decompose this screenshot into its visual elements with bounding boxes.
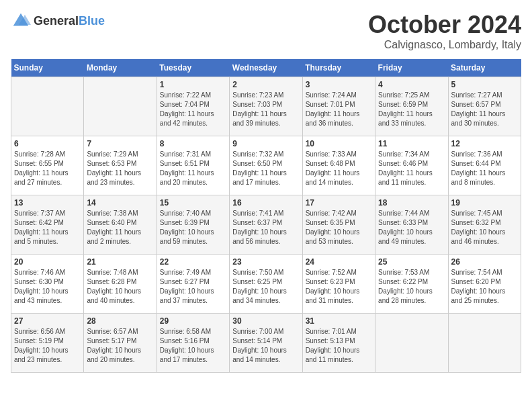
table-row	[448, 314, 521, 373]
col-thursday: Thursday	[302, 59, 375, 77]
day-info: Sunrise: 7:28 AM Sunset: 6:55 PM Dayligh…	[14, 150, 81, 187]
day-number: 23	[232, 257, 299, 267]
table-row: 23Sunrise: 7:50 AM Sunset: 6:25 PM Dayli…	[230, 255, 302, 314]
table-row: 27Sunrise: 6:56 AM Sunset: 5:19 PM Dayli…	[11, 314, 84, 373]
table-row: 25Sunrise: 7:53 AM Sunset: 6:22 PM Dayli…	[375, 255, 448, 314]
col-tuesday: Tuesday	[157, 59, 229, 77]
day-info: Sunrise: 7:45 AM Sunset: 6:32 PM Dayligh…	[451, 209, 518, 246]
day-info: Sunrise: 6:57 AM Sunset: 5:17 PM Dayligh…	[87, 327, 153, 365]
table-row	[84, 77, 157, 136]
table-row	[375, 314, 448, 373]
table-row: 8Sunrise: 7:31 AM Sunset: 6:51 PM Daylig…	[157, 136, 229, 195]
day-number: 9	[232, 139, 299, 148]
day-number: 16	[232, 198, 299, 208]
day-number: 5	[451, 80, 518, 89]
day-info: Sunrise: 7:00 AM Sunset: 5:14 PM Dayligh…	[232, 327, 299, 365]
table-row: 21Sunrise: 7:48 AM Sunset: 6:28 PM Dayli…	[84, 255, 157, 314]
table-row: 16Sunrise: 7:41 AM Sunset: 6:37 PM Dayli…	[230, 195, 302, 255]
day-number: 31	[306, 316, 372, 326]
logo-blue: Blue	[79, 14, 105, 28]
day-info: Sunrise: 7:48 AM Sunset: 6:28 PM Dayligh…	[87, 268, 153, 306]
table-row: 31Sunrise: 7:01 AM Sunset: 5:13 PM Dayli…	[302, 314, 375, 373]
logo-icon	[11, 11, 31, 31]
day-info: Sunrise: 7:42 AM Sunset: 6:35 PM Dayligh…	[306, 209, 372, 246]
table-row: 13Sunrise: 7:37 AM Sunset: 6:42 PM Dayli…	[11, 195, 84, 255]
day-number: 1	[160, 80, 226, 89]
table-row: 11Sunrise: 7:34 AM Sunset: 6:46 PM Dayli…	[375, 136, 448, 195]
day-number: 15	[160, 198, 226, 208]
table-row: 5Sunrise: 7:27 AM Sunset: 6:57 PM Daylig…	[448, 77, 521, 136]
col-monday: Monday	[84, 59, 157, 77]
day-number: 28	[87, 316, 153, 326]
table-row: 17Sunrise: 7:42 AM Sunset: 6:35 PM Dayli…	[302, 195, 375, 255]
day-number: 3	[306, 80, 372, 89]
day-number: 12	[451, 139, 518, 148]
day-number: 18	[378, 198, 445, 208]
table-row: 26Sunrise: 7:54 AM Sunset: 6:20 PM Dayli…	[448, 255, 521, 314]
table-row: 1Sunrise: 7:22 AM Sunset: 7:04 PM Daylig…	[157, 77, 229, 136]
page-header: GeneralBlue October 2024 Calvignasco, Lo…	[11, 11, 521, 51]
day-number: 13	[14, 198, 81, 208]
table-row: 19Sunrise: 7:45 AM Sunset: 6:32 PM Dayli…	[448, 195, 521, 255]
day-info: Sunrise: 7:41 AM Sunset: 6:37 PM Dayligh…	[232, 209, 299, 246]
day-info: Sunrise: 6:56 AM Sunset: 5:19 PM Dayligh…	[14, 327, 81, 365]
calendar-week-row: 13Sunrise: 7:37 AM Sunset: 6:42 PM Dayli…	[11, 195, 521, 255]
day-info: Sunrise: 7:49 AM Sunset: 6:27 PM Dayligh…	[160, 268, 226, 306]
day-info: Sunrise: 7:52 AM Sunset: 6:23 PM Dayligh…	[306, 268, 372, 306]
day-info: Sunrise: 7:50 AM Sunset: 6:25 PM Dayligh…	[232, 268, 299, 306]
table-row: 6Sunrise: 7:28 AM Sunset: 6:55 PM Daylig…	[11, 136, 84, 195]
day-info: Sunrise: 7:24 AM Sunset: 7:01 PM Dayligh…	[306, 91, 372, 128]
day-info: Sunrise: 7:31 AM Sunset: 6:51 PM Dayligh…	[160, 150, 226, 187]
day-info: Sunrise: 7:29 AM Sunset: 6:53 PM Dayligh…	[87, 150, 153, 187]
location-title: Calvignasco, Lombardy, Italy	[368, 39, 521, 51]
table-row: 22Sunrise: 7:49 AM Sunset: 6:27 PM Dayli…	[157, 255, 229, 314]
table-row: 14Sunrise: 7:38 AM Sunset: 6:40 PM Dayli…	[84, 195, 157, 255]
day-number: 6	[14, 139, 81, 148]
table-row: 12Sunrise: 7:36 AM Sunset: 6:44 PM Dayli…	[448, 136, 521, 195]
table-row: 15Sunrise: 7:40 AM Sunset: 6:39 PM Dayli…	[157, 195, 229, 255]
day-number: 25	[378, 257, 445, 267]
day-number: 22	[160, 257, 226, 267]
day-number: 10	[306, 139, 372, 148]
day-number: 27	[14, 316, 81, 326]
month-title: October 2024	[368, 11, 521, 39]
calendar-week-row: 27Sunrise: 6:56 AM Sunset: 5:19 PM Dayli…	[11, 314, 521, 373]
table-row: 28Sunrise: 6:57 AM Sunset: 5:17 PM Dayli…	[84, 314, 157, 373]
day-number: 7	[87, 139, 153, 148]
day-number: 24	[306, 257, 372, 267]
day-number: 19	[451, 198, 518, 208]
calendar-week-row: 6Sunrise: 7:28 AM Sunset: 6:55 PM Daylig…	[11, 136, 521, 195]
col-friday: Friday	[375, 59, 448, 77]
title-block: October 2024 Calvignasco, Lombardy, Ital…	[368, 11, 521, 51]
day-info: Sunrise: 7:27 AM Sunset: 6:57 PM Dayligh…	[451, 91, 518, 128]
day-info: Sunrise: 7:53 AM Sunset: 6:22 PM Dayligh…	[378, 268, 445, 306]
calendar-header-row: Sunday Monday Tuesday Wednesday Thursday…	[11, 59, 521, 77]
day-info: Sunrise: 7:32 AM Sunset: 6:50 PM Dayligh…	[232, 150, 299, 187]
day-number: 20	[14, 257, 81, 267]
day-number: 8	[160, 139, 226, 148]
day-info: Sunrise: 7:38 AM Sunset: 6:40 PM Dayligh…	[87, 209, 153, 246]
calendar-table: Sunday Monday Tuesday Wednesday Thursday…	[11, 59, 521, 373]
table-row: 24Sunrise: 7:52 AM Sunset: 6:23 PM Dayli…	[302, 255, 375, 314]
col-wednesday: Wednesday	[230, 59, 302, 77]
col-sunday: Sunday	[11, 59, 84, 77]
day-number: 11	[378, 139, 445, 148]
day-info: Sunrise: 7:44 AM Sunset: 6:33 PM Dayligh…	[378, 209, 445, 246]
table-row: 3Sunrise: 7:24 AM Sunset: 7:01 PM Daylig…	[302, 77, 375, 136]
day-number: 2	[232, 80, 299, 89]
day-number: 21	[87, 257, 153, 267]
day-number: 14	[87, 198, 153, 208]
day-info: Sunrise: 7:25 AM Sunset: 6:59 PM Dayligh…	[378, 91, 445, 128]
table-row: 29Sunrise: 6:58 AM Sunset: 5:16 PM Dayli…	[157, 314, 229, 373]
table-row: 20Sunrise: 7:46 AM Sunset: 6:30 PM Dayli…	[11, 255, 84, 314]
col-saturday: Saturday	[448, 59, 521, 77]
calendar-week-row: 1Sunrise: 7:22 AM Sunset: 7:04 PM Daylig…	[11, 77, 521, 136]
day-info: Sunrise: 7:23 AM Sunset: 7:03 PM Dayligh…	[232, 91, 299, 128]
day-number: 29	[160, 316, 226, 326]
day-number: 30	[232, 316, 299, 326]
day-info: Sunrise: 7:37 AM Sunset: 6:42 PM Dayligh…	[14, 209, 81, 246]
logo: GeneralBlue	[11, 11, 105, 31]
table-row: 10Sunrise: 7:33 AM Sunset: 6:48 PM Dayli…	[302, 136, 375, 195]
table-row: 9Sunrise: 7:32 AM Sunset: 6:50 PM Daylig…	[230, 136, 302, 195]
day-info: Sunrise: 7:01 AM Sunset: 5:13 PM Dayligh…	[306, 327, 372, 365]
